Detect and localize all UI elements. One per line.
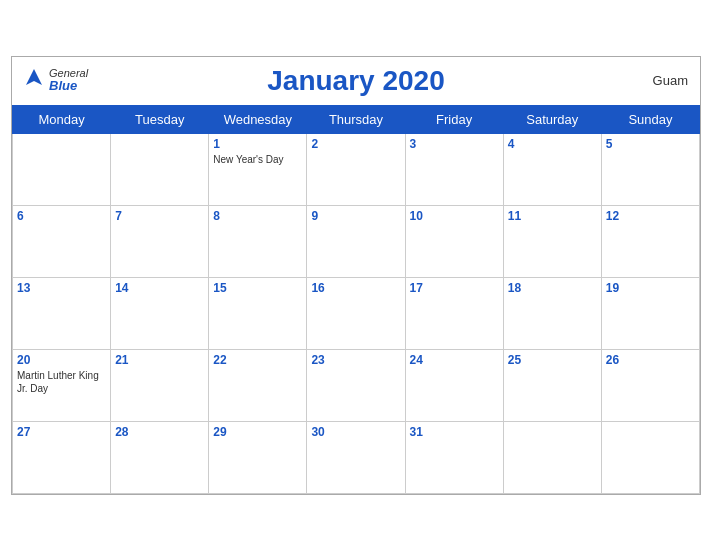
svg-marker-0: [26, 69, 42, 85]
day-number: 9: [311, 209, 400, 223]
day-cell: 7: [111, 205, 209, 277]
day-number: 10: [410, 209, 499, 223]
header-monday: Monday: [13, 105, 111, 133]
day-cell: 10: [405, 205, 503, 277]
logo-bird-icon: [24, 67, 44, 93]
day-cell: 23: [307, 349, 405, 421]
logo-blue-text: Blue: [49, 79, 88, 93]
day-cell: [13, 133, 111, 205]
day-number: 6: [17, 209, 106, 223]
logo: General Blue: [24, 67, 88, 93]
day-number: 28: [115, 425, 204, 439]
day-number: 19: [606, 281, 695, 295]
day-number: 8: [213, 209, 302, 223]
day-number: 27: [17, 425, 106, 439]
day-number: 11: [508, 209, 597, 223]
day-number: 18: [508, 281, 597, 295]
day-cell: [601, 421, 699, 493]
day-number: 26: [606, 353, 695, 367]
day-cell: 11: [503, 205, 601, 277]
day-cell: 3: [405, 133, 503, 205]
day-cell: 20Martin Luther King Jr. Day: [13, 349, 111, 421]
header-sunday: Sunday: [601, 105, 699, 133]
week-row-4: 2728293031: [13, 421, 700, 493]
day-cell: 6: [13, 205, 111, 277]
calendar-table: Monday Tuesday Wednesday Thursday Friday…: [12, 105, 700, 494]
day-cell: 12: [601, 205, 699, 277]
calendar: General Blue January 2020 Guam Monday Tu…: [11, 56, 701, 495]
day-number: 25: [508, 353, 597, 367]
day-cell: 22: [209, 349, 307, 421]
day-cell: 1New Year's Day: [209, 133, 307, 205]
region-label: Guam: [653, 73, 688, 88]
day-cell: 28: [111, 421, 209, 493]
day-cell: 18: [503, 277, 601, 349]
week-row-0: 1New Year's Day2345: [13, 133, 700, 205]
header-saturday: Saturday: [503, 105, 601, 133]
day-number: 12: [606, 209, 695, 223]
weekday-header-row: Monday Tuesday Wednesday Thursday Friday…: [13, 105, 700, 133]
day-cell: 13: [13, 277, 111, 349]
header-thursday: Thursday: [307, 105, 405, 133]
day-number: 2: [311, 137, 400, 151]
day-number: 23: [311, 353, 400, 367]
day-number: 3: [410, 137, 499, 151]
day-number: 5: [606, 137, 695, 151]
day-number: 4: [508, 137, 597, 151]
header-tuesday: Tuesday: [111, 105, 209, 133]
week-row-2: 13141516171819: [13, 277, 700, 349]
day-cell: 19: [601, 277, 699, 349]
week-row-1: 6789101112: [13, 205, 700, 277]
day-cell: 26: [601, 349, 699, 421]
day-cell: 14: [111, 277, 209, 349]
day-number: 15: [213, 281, 302, 295]
day-cell: 15: [209, 277, 307, 349]
day-number: 14: [115, 281, 204, 295]
day-number: 21: [115, 353, 204, 367]
day-number: 7: [115, 209, 204, 223]
day-cell: 29: [209, 421, 307, 493]
day-cell: 8: [209, 205, 307, 277]
day-number: 22: [213, 353, 302, 367]
day-cell: 25: [503, 349, 601, 421]
day-cell: 2: [307, 133, 405, 205]
week-row-3: 20Martin Luther King Jr. Day212223242526: [13, 349, 700, 421]
day-cell: [111, 133, 209, 205]
day-number: 20: [17, 353, 106, 367]
day-number: 13: [17, 281, 106, 295]
day-number: 30: [311, 425, 400, 439]
day-cell: 30: [307, 421, 405, 493]
calendar-title: January 2020: [267, 65, 444, 97]
day-cell: 31: [405, 421, 503, 493]
holiday-label: New Year's Day: [213, 153, 302, 166]
day-cell: 21: [111, 349, 209, 421]
day-number: 17: [410, 281, 499, 295]
day-number: 1: [213, 137, 302, 151]
day-cell: 24: [405, 349, 503, 421]
day-cell: 16: [307, 277, 405, 349]
day-number: 29: [213, 425, 302, 439]
header-friday: Friday: [405, 105, 503, 133]
day-cell: 5: [601, 133, 699, 205]
day-cell: 9: [307, 205, 405, 277]
day-cell: 17: [405, 277, 503, 349]
logo-text: General Blue: [49, 67, 88, 93]
header-wednesday: Wednesday: [209, 105, 307, 133]
calendar-header: General Blue January 2020 Guam: [12, 57, 700, 105]
day-number: 16: [311, 281, 400, 295]
day-cell: 27: [13, 421, 111, 493]
day-cell: 4: [503, 133, 601, 205]
day-number: 24: [410, 353, 499, 367]
holiday-label: Martin Luther King Jr. Day: [17, 369, 106, 395]
day-cell: [503, 421, 601, 493]
day-number: 31: [410, 425, 499, 439]
